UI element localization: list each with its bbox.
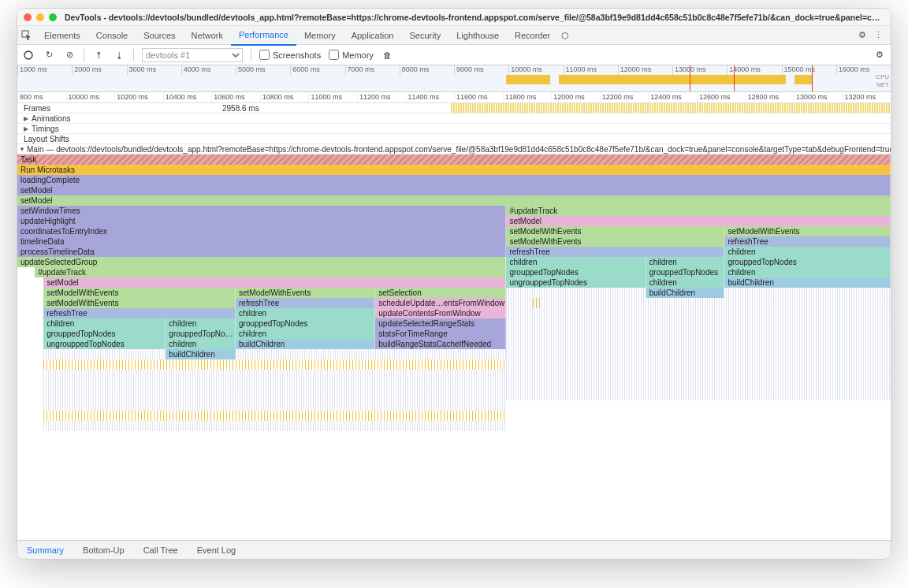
flame-children[interactable]: children <box>43 318 166 329</box>
flame-setmodel3[interactable]: setModel <box>43 277 506 288</box>
flame-smwe1[interactable]: setModelWithEvents <box>43 288 236 298</box>
flame-ungroupped-r[interactable]: ungrouppedTopNodes <box>506 277 646 288</box>
flame-coords[interactable]: coordinatesToEntryIndex <box>17 226 506 236</box>
flame-setmodel[interactable]: setModel <box>17 185 891 195</box>
record-icon[interactable] <box>22 49 35 61</box>
flame-children1b[interactable]: children <box>166 318 236 329</box>
panel-tabbar: Elements Console Sources Network Perform… <box>17 26 891 45</box>
clear-icon[interactable]: ⊘ <box>63 49 76 61</box>
tab-network[interactable]: Network <box>184 26 231 45</box>
flame-buildchildren-r2[interactable]: buildChildren <box>646 288 725 298</box>
settings-icon[interactable]: ⚙ <box>858 30 866 40</box>
flame-task[interactable]: Task <box>17 154 891 165</box>
frames-track[interactable]: Frames 2958.6 ms <box>17 103 891 114</box>
devtools-window: DevTools - devtools://devtools/bundled/d… <box>17 8 891 560</box>
cpu-label: CPU <box>876 73 889 81</box>
btab-summary[interactable]: Summary <box>17 541 73 560</box>
tab-recorder[interactable]: Recorder <box>507 26 558 45</box>
flame-refreshtree[interactable]: refreshTree <box>43 308 236 318</box>
flame-setwindowtimes[interactable]: setWindowTimes <box>17 206 506 216</box>
flame-setmodel2[interactable]: setModel <box>17 195 891 206</box>
screenshots-checkbox[interactable]: Screenshots <box>259 50 321 60</box>
tab-lighthouse[interactable]: Lighthouse <box>448 26 507 45</box>
more-icon[interactable]: ⋮ <box>874 30 883 40</box>
flame-groupped-r[interactable]: grouppedTopNodes <box>724 257 891 267</box>
tab-elements[interactable]: Elements <box>36 26 88 45</box>
save-icon[interactable]: ⭳ <box>113 49 125 61</box>
flame-microtasks[interactable]: Run Microtasks <box>17 165 891 175</box>
tab-application[interactable]: Application <box>344 26 402 45</box>
main-thread-header[interactable]: ▼Main — devtools://devtools/bundled/devt… <box>17 144 891 154</box>
flame-sftr[interactable]: statsForTimeRange <box>375 329 506 339</box>
flame-groupped-r3[interactable]: grouppedTopNodes <box>646 267 725 277</box>
panel-settings-icon[interactable]: ⚙ <box>873 49 886 61</box>
flame-buildchildren-r[interactable]: buildChildren <box>724 277 891 288</box>
btab-eventlog[interactable]: Event Log <box>188 541 246 560</box>
overview-ruler: 1000 ms2000 ms3000 ms4000 ms 5000 ms6000… <box>17 65 891 75</box>
flame-refreshtree2[interactable]: refreshTree <box>236 298 375 308</box>
flame-ungroupped[interactable]: ungrouppedTopNodes <box>43 339 166 349</box>
flame-updateselected[interactable]: updateSelectedGroup <box>17 257 506 267</box>
flame-children-r2[interactable]: children <box>506 257 646 267</box>
tab-recorder-badge[interactable]: ⬡ <box>558 26 572 45</box>
tab-console[interactable]: Console <box>88 26 136 45</box>
flame-smwe2[interactable]: setModelWithEvents <box>236 288 375 298</box>
flame-smwe3[interactable]: setModelWithEvents <box>43 298 236 308</box>
gc-icon[interactable]: 🗑 <box>381 49 394 61</box>
flame-buildchildren[interactable]: buildChildren <box>166 349 236 359</box>
flame-groupped-r2[interactable]: grouppedTopNodes <box>506 267 646 277</box>
flame-children-r4[interactable]: children <box>724 267 891 277</box>
flame-refresh-r2[interactable]: refreshTree <box>506 247 724 257</box>
flame-chart[interactable]: Task Run Microtasks loadingComplete setM… <box>17 154 891 431</box>
reload-icon[interactable]: ↻ <box>43 49 55 61</box>
btab-calltree[interactable]: Call Tree <box>134 541 188 560</box>
tab-security[interactable]: Security <box>401 26 448 45</box>
minimize-icon[interactable] <box>36 13 44 21</box>
btab-bottomup[interactable]: Bottom-Up <box>73 541 134 560</box>
inspect-element-icon[interactable] <box>17 30 36 41</box>
flame-children-r3[interactable]: children <box>646 257 725 267</box>
flame-refresh-r[interactable]: refreshTree <box>724 236 891 247</box>
flame-groupped1b[interactable]: grouppedTopNodes <box>166 329 236 339</box>
flame-children-r5[interactable]: children <box>646 277 725 288</box>
flame-process[interactable]: processTimelineData <box>17 247 506 257</box>
flame-children-r[interactable]: children <box>724 247 891 257</box>
flame-children2[interactable]: children <box>236 308 375 318</box>
flame-children3[interactable]: children <box>236 329 375 339</box>
flame-brscin[interactable]: buildRangeStatsCacheIfNeeded <box>375 339 506 349</box>
flame-smwe-r2[interactable]: setModelWithEvents <box>724 226 891 236</box>
flame-timelinedata[interactable]: timelineData <box>17 236 506 247</box>
layout-shifts-track[interactable]: Layout Shifts <box>17 134 891 144</box>
detail-ruler[interactable]: 800 ms10000 ms10200 ms10400 ms 10600 ms1… <box>17 92 891 103</box>
flame-smwe-r1[interactable]: setModelWithEvents <box>506 226 724 236</box>
tab-sources[interactable]: Sources <box>136 26 183 45</box>
flame-updatetrack-r[interactable]: #updateTrack <box>506 206 891 216</box>
memory-checkbox[interactable]: Memory <box>329 50 374 60</box>
animations-track[interactable]: ▶Animations <box>17 114 891 124</box>
perf-toolbar: ↻ ⊘ ⭱ ⭳ devtools #1 Screenshots Memory 🗑… <box>17 45 891 65</box>
flame-ucfw[interactable]: updateContentsFromWindow <box>375 308 506 318</box>
titlebar: DevTools - devtools://devtools/bundled/d… <box>17 9 891 26</box>
load-icon[interactable]: ⭱ <box>92 49 105 61</box>
svg-point-1 <box>24 51 32 59</box>
flame-children1c[interactable]: children <box>166 339 236 349</box>
tab-memory[interactable]: Memory <box>296 26 344 45</box>
flame-loadingcomplete[interactable]: loadingComplete <box>17 175 891 185</box>
session-select[interactable]: devtools #1 <box>142 48 243 62</box>
flame-groupped2[interactable]: grouppedTopNodes <box>236 318 375 329</box>
flame-smwe-r3[interactable]: setModelWithEvents <box>506 236 724 247</box>
flame-setmodel-r[interactable]: setModel <box>506 216 891 226</box>
timings-track[interactable]: ▶Timings <box>17 124 891 134</box>
flame-setselection[interactable]: setSelection <box>375 288 506 298</box>
tab-performance[interactable]: Performance <box>231 25 296 46</box>
flame-updatetrack[interactable]: #updateTrack <box>35 267 506 277</box>
flame-usrs[interactable]: updateSelectedRangeStats <box>375 318 506 329</box>
flame-groupped[interactable]: grouppedTopNodes <box>43 329 166 339</box>
close-icon[interactable] <box>24 13 32 21</box>
timeline-overview[interactable]: 1000 ms2000 ms3000 ms4000 ms 5000 ms6000… <box>17 65 891 92</box>
flame-buildchildren2[interactable]: buildChildren <box>236 339 375 349</box>
flame-updatehighlight[interactable]: updateHighlight <box>17 216 506 226</box>
flame-schedule[interactable]: scheduleUpdate…entsFromWindow <box>375 298 506 308</box>
traffic-lights <box>24 13 57 21</box>
zoom-icon[interactable] <box>49 13 57 21</box>
